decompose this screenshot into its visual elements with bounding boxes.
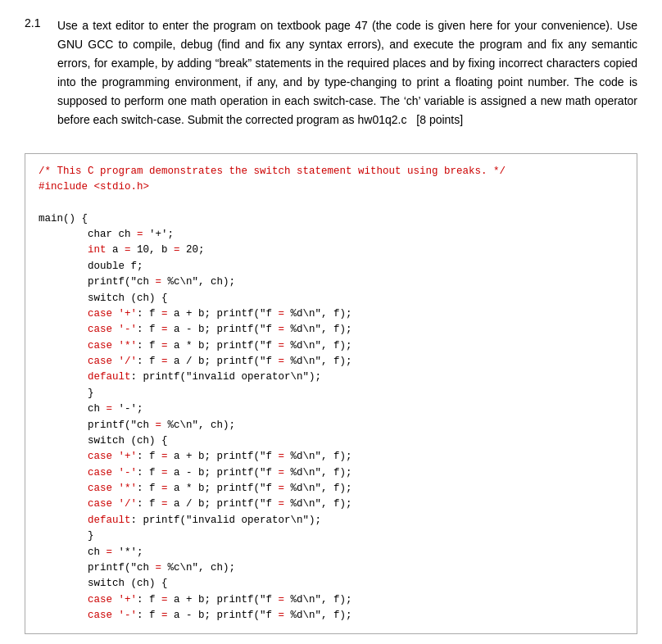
question-block: 2.1 Use a text editor to enter the progr… — [25, 16, 637, 130]
code-close2: } — [39, 528, 623, 544]
code-case-div-1: case '/': f = a / b; printf("f = %d\n", … — [39, 354, 623, 370]
code-close1: } — [39, 386, 623, 401]
question-body: Use a text editor to enter the program o… — [57, 19, 637, 126]
points-label: [8 points] — [416, 113, 463, 126]
code-blank1 — [39, 195, 623, 211]
code-switch3: switch (ch) { — [39, 576, 623, 592]
code-case-minus-3: case '-': f = a - b; printf("f = %d\n", … — [39, 608, 623, 624]
code-include: #include <stdio.h> — [39, 179, 623, 195]
code-double: double f; — [39, 259, 623, 274]
code-main: main() { — [39, 211, 623, 227]
code-switch1: switch (ch) { — [39, 291, 623, 306]
code-case-minus-1: case '-': f = a - b; printf("f = %d\n", … — [39, 322, 623, 338]
code-printf3: printf("ch = %c\n", ch); — [39, 560, 623, 576]
code-int: int a = 10, b = 20; — [39, 243, 623, 258]
code-comment: /* This C program demonstrates the switc… — [39, 164, 623, 179]
code-printf1: printf("ch = %c\n", ch); — [39, 274, 623, 290]
question-text: Use a text editor to enter the program o… — [57, 16, 637, 130]
code-case-plus-3: case '+': f = a + b; printf("f = %d\n", … — [39, 592, 623, 608]
code-default-1: default: printf("invalid operator\n"); — [39, 370, 623, 385]
code-case-div-2: case '/': f = a / b; printf("f = %d\n", … — [39, 497, 623, 512]
code-case-mult-1: case '*': f = a * b; printf("f = %d\n", … — [39, 338, 623, 354]
code-switch2: switch (ch) { — [39, 433, 623, 449]
code-printf2: printf("ch = %c\n", ch); — [39, 418, 623, 433]
code-default-2: default: printf("invalid operator\n"); — [39, 513, 623, 528]
code-ch2: ch = '-'; — [39, 401, 623, 417]
code-case-mult-2: case '*': f = a * b; printf("f = %d\n", … — [39, 481, 623, 497]
code-case-minus-2: case '-': f = a - b; printf("f = %d\n", … — [39, 465, 623, 481]
code-case-plus-1: case '+': f = a + b; printf("f = %d\n", … — [39, 306, 623, 322]
code-char: char ch = '+'; — [39, 227, 623, 243]
code-case-plus-2: case '+': f = a + b; printf("f = %d\n", … — [39, 449, 623, 465]
code-ch3: ch = '*'; — [39, 545, 623, 560]
code-block: /* This C program demonstrates the switc… — [25, 153, 637, 635]
question-number: 2.1 — [25, 16, 48, 130]
